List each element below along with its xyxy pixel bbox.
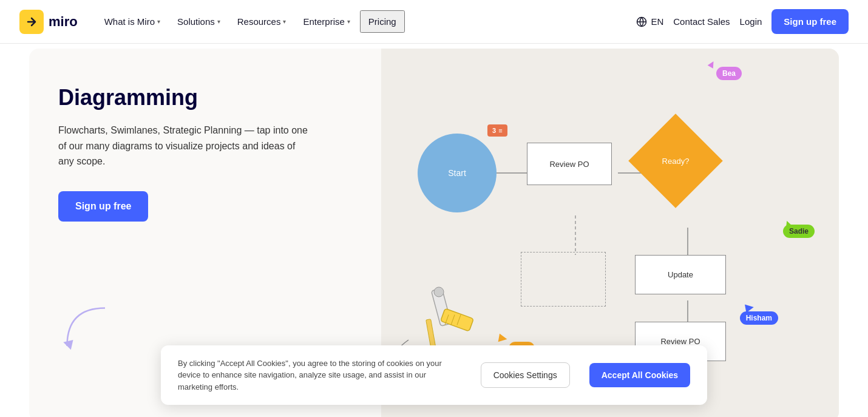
cursor-mae-arrow: ▶ — [498, 330, 509, 345]
cookie-accept-button[interactable]: Accept All Cookies — [589, 363, 690, 387]
cookie-settings-button[interactable]: Cookies Settings — [481, 362, 570, 388]
chevron-down-icon: ▾ — [283, 18, 286, 25]
diagram-empty-box — [521, 252, 606, 307]
nav-enterprise[interactable]: Enterprise ▾ — [296, 12, 357, 32]
diagram-start-node: Start — [418, 134, 497, 212]
cursor-bea-label: Bea — [716, 67, 742, 80]
cursor-hisham-label: Hisham — [740, 311, 778, 325]
chevron-down-icon: ▾ — [347, 18, 350, 25]
nav-resources[interactable]: Resources ▾ — [230, 12, 294, 32]
diagram-review-po-1-node: Review PO — [527, 143, 612, 185]
cookie-banner: By clicking "Accept All Cookies", you ag… — [161, 345, 707, 405]
header: miro What is Miro ▾ Solutions ▾ Resource… — [0, 0, 868, 44]
diagram-ready-label: Ready? — [642, 127, 709, 194]
signup-button[interactable]: Sign up free — [771, 9, 849, 34]
logo-icon — [19, 10, 44, 34]
logo-text: miro — [49, 14, 78, 30]
header-left: miro What is Miro ▾ Solutions ▾ Resource… — [19, 10, 405, 34]
header-right: EN Contact Sales Login Sign up free — [636, 9, 849, 34]
svg-rect-9 — [441, 308, 474, 331]
chevron-down-icon: ▾ — [157, 18, 160, 25]
main-nav: What is Miro ▾ Solutions ▾ Resources ▾ E… — [97, 10, 405, 33]
diagram-update-node: Update — [635, 255, 726, 294]
nav-pricing[interactable]: Pricing — [360, 10, 405, 33]
logo[interactable]: miro — [19, 10, 78, 34]
login-button[interactable]: Login — [740, 16, 762, 27]
notification-badge: 3 ≡ — [487, 124, 507, 137]
contact-sales-button[interactable]: Contact Sales — [673, 16, 730, 27]
cursor-sadie-label: Sadie — [783, 225, 815, 238]
page-title: Diagramming — [58, 85, 352, 110]
page-description: Flowcharts, Swimlanes, Strategic Plannin… — [58, 123, 313, 169]
cookie-text: By clicking "Accept All Cookies", you ag… — [178, 358, 461, 393]
svg-point-8 — [434, 287, 444, 297]
language-button[interactable]: EN — [636, 16, 663, 27]
svg-marker-1 — [63, 340, 73, 350]
hero-cta-button[interactable]: Sign up free — [58, 191, 148, 222]
decorative-arrow — [59, 300, 120, 361]
nav-solutions[interactable]: Solutions ▾ — [170, 12, 228, 32]
nav-what-is-miro[interactable]: What is Miro ▾ — [97, 12, 168, 32]
chevron-down-icon: ▾ — [217, 18, 220, 25]
